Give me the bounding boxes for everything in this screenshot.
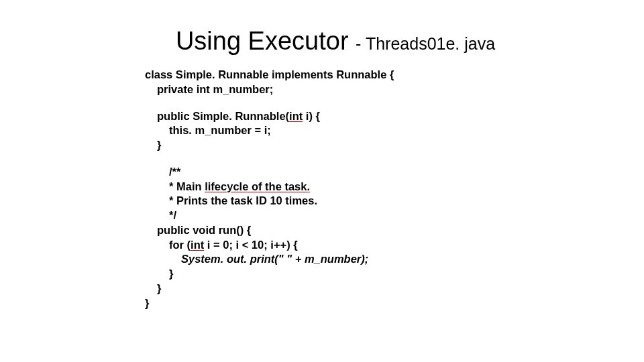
code-line: this. m_number = i;: [145, 123, 644, 138]
blank-line: [145, 97, 644, 109]
code-text-underlined: int: [191, 239, 204, 251]
code-line: }: [145, 282, 644, 296]
code-line: public Simple. Runnable(int i) {: [145, 109, 644, 124]
code-line: public void run() {: [145, 223, 644, 238]
slide: Using Executor - Threads01e. java class …: [0, 0, 644, 362]
code-line: class Simple. Runnable implements Runnab…: [145, 68, 644, 82]
code-line: */: [145, 208, 644, 223]
code-line: * Prints the task ID 10 times.: [145, 194, 644, 208]
code-block: class Simple. Runnable implements Runnab…: [145, 68, 644, 310]
code-line: * Main lifecycle of the task.: [145, 180, 644, 194]
code-line: /**: [145, 165, 644, 180]
code-text: public Simple. Runnable(: [157, 110, 289, 122]
code-text: System.: [181, 253, 227, 265]
code-text: out. print(" " + m_number);: [227, 253, 368, 265]
slide-title: Using Executor - Threads01e. java: [27, 27, 644, 56]
code-text: * Main: [169, 180, 205, 192]
code-line: for (int i = 0; i < 10; i++) {: [145, 238, 644, 253]
code-text-underlined: lifecycle of the task.: [205, 180, 310, 192]
code-text-underlined: int: [289, 110, 303, 122]
code-line: }: [145, 296, 644, 311]
code-line: }: [145, 267, 644, 282]
title-main: Using Executor: [176, 27, 356, 55]
title-sub: - Threads01e. java: [356, 34, 495, 53]
code-text: i = 0; i < 10; i++) {: [204, 239, 297, 251]
blank-line: [145, 153, 644, 165]
code-line: private int m_number;: [145, 82, 644, 97]
code-text: for (: [169, 239, 191, 251]
code-line: System. out. print(" " + m_number);: [145, 252, 644, 267]
code-text: i) {: [303, 110, 320, 122]
code-line: }: [145, 138, 644, 153]
